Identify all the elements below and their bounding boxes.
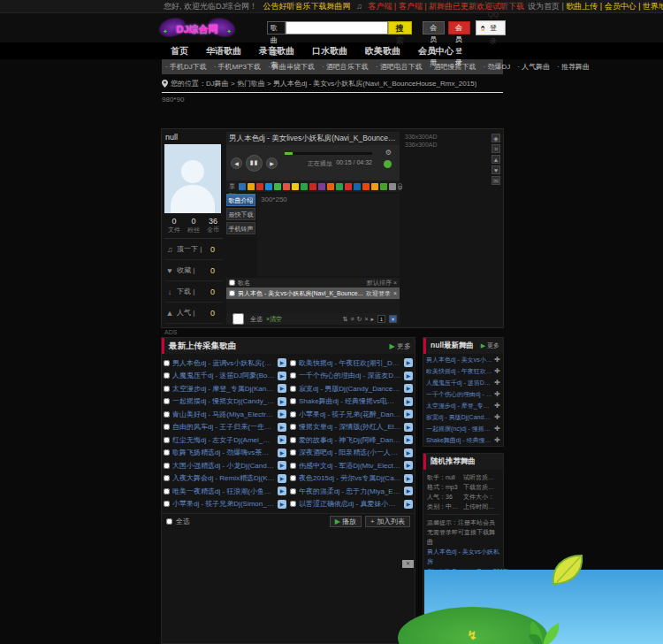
song-link[interactable]: 唯美一夜精选dj - 狂浪潮(小鱼儿_Dance_...	[172, 487, 275, 496]
song-link[interactable]: 入夜大舞会dj - Remix精选Dj(Kee_Bounce_Rm...	[172, 473, 275, 483]
share-service-icon[interactable]	[292, 183, 299, 190]
song-row[interactable]: 大国小强精选dj - 小龙Dj(Candy_Dance_Rm... ▶	[164, 459, 286, 472]
song-row[interactable]: 午夜的温柔dj - 忠于力(Miya_Electro_Rmx... ▶	[290, 485, 413, 498]
member-song-row[interactable]: 欧美快摇dj - 午夜狂欢[潮引_Dance_Rmx... ✚	[423, 365, 503, 377]
song-link[interactable]: 太空漫步dj - 摩登_专属Dj(Kane_Dance_R...	[172, 384, 275, 394]
song-link[interactable]: 小苹果dj - 筷子兄弟Dj(Simon_FunkyHou...	[172, 499, 275, 509]
song-link[interactable]: 太空漫步dj - 摩登_专属Dj(Kane_Dance_...	[426, 402, 492, 410]
song-play-icon[interactable]: ▶	[404, 487, 413, 495]
share-service-icon[interactable]	[336, 183, 343, 190]
song-row[interactable]: 歌舞飞扬精选dj - 劲爆嗨vs茶中平_专属Dj(Ka... ▶	[164, 447, 286, 460]
song-checkbox[interactable]	[164, 411, 170, 418]
song-link[interactable]: 自由的风车dj - 王子归来(一生_Dance_Rm...	[172, 422, 275, 432]
subnav-link[interactable]: · 酒吧慢摇下载	[430, 62, 476, 72]
song-checkbox[interactable]	[290, 437, 296, 443]
song-checkbox[interactable]	[164, 475, 170, 481]
share-service-icon[interactable]	[248, 183, 255, 190]
subnav-link[interactable]: · 劲爆DJ	[484, 62, 511, 72]
share-service-icon[interactable]	[345, 183, 352, 190]
nav-item[interactable]: 华语歌曲	[197, 42, 250, 59]
song-play-icon[interactable]: ▶	[278, 474, 286, 483]
song-stat-row[interactable]: ↓ 下载 | 0	[164, 281, 223, 303]
song-play-icon[interactable]: ▶	[404, 448, 413, 457]
song-link[interactable]: 夜色2015dj - 劳尔vs专属Dj(Candy_Danc...	[299, 473, 401, 483]
song-link[interactable]: 一起摇摆(nc)dj - 慢摇女Dj(Candy_Dance_...	[426, 425, 492, 433]
progress-bar[interactable]	[285, 152, 372, 155]
nav-item[interactable]: 首页	[162, 42, 197, 59]
song-play-icon[interactable]: ▶	[278, 448, 286, 457]
song-row[interactable]: 青山美好dj - 马路(Miya_Electro_Rmx_2015) ▶	[164, 408, 286, 421]
nav-item[interactable]: 会员中心	[409, 42, 462, 59]
member-song-row[interactable]: 寂寞dj - 男版Dj(Candy_Dance_Rmx_20... ✚	[423, 411, 503, 423]
song-row[interactable]: 人魔鬼压千dj - 迷笛DJ阿豪(BounceHous... ▶	[164, 370, 286, 383]
song-stat-row[interactable]: ♫ 顶一下 | 0	[164, 239, 223, 260]
playlist-page-number[interactable]: 1	[377, 315, 385, 323]
search-input[interactable]	[286, 21, 388, 34]
side-tool-icon[interactable]: ✉	[492, 176, 500, 185]
song-checkbox[interactable]	[290, 488, 296, 494]
member-song-row[interactable]: 人魔鬼压千dj - 迷笛DJ阿豪(BounceHous... ✚	[423, 377, 503, 388]
playlist-footer-select-all[interactable]	[232, 313, 244, 325]
playlist-op-icon[interactable]: ×	[364, 316, 368, 322]
song-checkbox[interactable]	[290, 501, 296, 507]
pause-button[interactable]: ▮▮	[246, 155, 263, 172]
add-icon[interactable]: ✚	[494, 390, 500, 398]
song-link[interactable]: 欧美快摇dj - 午夜狂欢[潮引_Dance_Rmx...	[426, 367, 492, 376]
song-checkbox[interactable]	[290, 398, 296, 404]
subnav-link[interactable]: · 推荐舞曲	[557, 62, 590, 72]
song-play-icon[interactable]: ▶	[404, 410, 413, 418]
song-checkbox[interactable]	[290, 475, 296, 481]
song-checkbox[interactable]	[164, 372, 170, 379]
song-checkbox[interactable]	[164, 386, 170, 392]
share-service-icon[interactable]	[380, 183, 387, 190]
song-link[interactable]: 大国小强精选dj - 小龙Dj(Candy_Dance_Rm...	[172, 461, 275, 471]
song-play-icon[interactable]: ▶	[404, 372, 413, 380]
clear-playlist-button[interactable]: ×清空	[266, 315, 282, 324]
song-row[interactable]: 欧美快摇dj - 午夜狂欢[潮引_Dance_Rmx... ▶	[290, 356, 413, 370]
site-logo[interactable]: ✦ ✦ DJ综合网	[159, 16, 235, 41]
song-row[interactable]: 夜色2015dj - 劳尔vs专属Dj(Candy_Danc... ▶	[290, 472, 413, 486]
share-service-icon[interactable]	[239, 183, 246, 190]
song-checkbox[interactable]	[164, 398, 170, 404]
song-checkbox[interactable]	[164, 424, 170, 430]
song-link[interactable]: Shake舞曲dj - 经典慢摇vs电音_最新(Shado...	[299, 396, 401, 406]
song-row[interactable]: 深夜酒吧dj - 阳泉精选(小一人_House_Rm... ▶	[290, 447, 413, 460]
subnav-link[interactable]: · 舞曲串烧下载	[268, 62, 315, 72]
side-tool-icon[interactable]: ♥	[492, 165, 500, 174]
subnav-link[interactable]: · 手机DJ下载	[165, 62, 207, 72]
song-link[interactable]: Shake舞曲dj - 经典慢摇vs电音_最新(Shad...	[426, 436, 492, 445]
song-row[interactable]: 慢摇女皇dj - 深情版(孙红人_ElectroH... ▶	[290, 421, 413, 434]
song-play-icon[interactable]: ▶	[404, 461, 413, 470]
song-row[interactable]: 太空漫步dj - 摩登_专属Dj(Kane_Dance_R... ▶	[164, 382, 286, 395]
playlist-op-icon[interactable]: ⇅	[343, 316, 348, 323]
member-song-row[interactable]: 一千个伤心的理由dj - 深蓝友(Code5_B... ✚	[423, 388, 503, 400]
prev-button[interactable]: ◀	[231, 157, 242, 169]
song-play-icon[interactable]: ▶	[404, 358, 413, 367]
song-link[interactable]: 伤感中文dj - 军港Dj(Mtv_ElectroHou...	[299, 461, 401, 471]
playlist-op-icon[interactable]: ≡	[350, 316, 354, 322]
song-link[interactable]: 青山美好dj - 马路(Miya_Electro_Rmx_2015)	[172, 410, 275, 419]
song-play-icon[interactable]: ▶	[404, 500, 413, 509]
member-song-row[interactable]: 一起摇摆(nc)dj - 慢摇女Dj(Candy_Dance_... ✚	[423, 423, 503, 434]
song-row[interactable]: 小苹果dj - 筷子兄弟(花醉_Dance_Rmx_67... ▶	[290, 408, 413, 421]
song-link[interactable]: 以苦涩正确依恋dj - 真爱妹小丁精选(小石...	[299, 499, 401, 509]
song-link[interactable]: 寂寞dj - 男版Dj(Candy_Dance_Rmx_20...	[426, 413, 492, 422]
add-icon[interactable]: ✚	[494, 367, 500, 375]
side-tool-icon[interactable]: ≡	[492, 144, 500, 153]
song-play-icon[interactable]: ▶	[278, 358, 286, 367]
subnav-link[interactable]: · 酒吧电音下载	[376, 62, 423, 72]
song-play-icon[interactable]: ▶	[278, 461, 286, 470]
search-button[interactable]: 搜 索	[388, 21, 412, 34]
playlist-active-row[interactable]: 男人本色 - 美女vs小妖私房(Navi_K_Bounce... 欢迎登录 ×	[226, 288, 400, 299]
share-service-icon[interactable]	[389, 183, 396, 190]
share-service-icon[interactable]	[354, 183, 361, 190]
song-row[interactable]: 一千个伤心的理由dj - 深蓝友Dj(Code5_B... ▶	[290, 370, 413, 383]
song-row[interactable]: 一起摇摆dj - 慢摇女Dj(Candy_Dance_R... ▶	[164, 395, 286, 409]
subnav-link[interactable]: · 酒吧音乐下载	[322, 62, 369, 72]
song-link[interactable]: 午夜的温柔dj - 忠于力(Miya_Electro_Rmx...	[299, 487, 401, 496]
song-play-icon[interactable]: ▶	[404, 474, 413, 483]
floating-ad-image[interactable]: ↯	[424, 570, 663, 644]
add-icon[interactable]: ✚	[494, 425, 500, 433]
ad-close-button[interactable]: ✕	[402, 560, 414, 568]
song-row[interactable]: Shake舞曲dj - 经典慢摇vs电音_最新(Shado... ▶	[290, 395, 413, 409]
